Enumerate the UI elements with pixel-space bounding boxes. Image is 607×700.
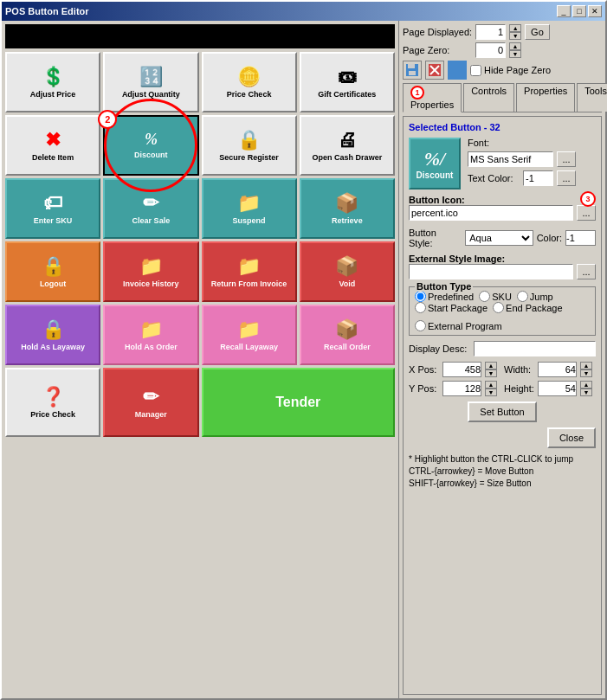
adjust-price-button[interactable]: 💲 Adjust Price [5,52,100,112]
xpos-down[interactable]: ▼ [485,369,497,377]
page-zero-up[interactable]: ▲ [509,42,521,50]
display-desc-input[interactable] [474,341,596,356]
gift-certificates-icon: 🎟 [338,66,357,88]
radio-sku[interactable]: SKU [479,291,512,302]
invoice-history-icon: 📁 [139,255,163,278]
set-button[interactable]: Set Button [468,401,536,422]
button-icon-browse-button[interactable]: ... [577,205,596,221]
color-input[interactable] [565,230,596,246]
tab-properties[interactable]: 1Properties [403,83,462,112]
width-up[interactable]: ▲ [580,362,592,369]
button-type-title: Button Type [415,281,473,292]
text-color-label: Text Color: [468,173,520,183]
height-input[interactable] [538,381,577,396]
price-check-button-top[interactable]: 🪙 Price Check [202,52,297,112]
ypos-down[interactable]: ▼ [485,389,497,396]
close-button[interactable]: Close [547,427,596,448]
hold-as-order-icon: 📁 [139,318,163,341]
page-zero-input[interactable] [475,42,506,58]
recall-order-button[interactable]: 📦 Recall Order [300,305,395,365]
maximize-button[interactable]: □ [572,5,586,17]
button-style-select[interactable]: Aqua [465,230,533,246]
void-button[interactable]: 📦 Void [300,241,395,302]
color-icon[interactable] [448,61,467,80]
enter-sku-button[interactable]: 🏷 Enter SKU [5,178,100,239]
font-browse-button[interactable]: ... [557,151,576,167]
main-content: 💲 Adjust Price 🔢 Adjust Quantity 🪙 Price… [2,21,605,698]
open-cash-drawer-button[interactable]: 🖨 Open Cash Drawer [300,115,395,176]
retrieve-button[interactable]: 📦 Retrieve [300,178,395,239]
button-icon-section: 3 Button Icon: ... [409,195,596,222]
ext-style-label: External Style Image: [409,254,596,264]
page-zero-down[interactable]: ▼ [509,50,521,58]
height-label: Height: [504,383,534,394]
logout-button[interactable]: 🔒 Logout [5,241,100,302]
ypos-input[interactable] [442,381,481,396]
logout-label: Logout [40,279,67,289]
page-displayed-up[interactable]: ▲ [509,24,521,32]
ext-style-input[interactable] [409,264,573,279]
tab-marker-1: 1 [410,86,424,100]
radio-jump[interactable]: Jump [517,291,553,302]
manager-button[interactable]: ✏ Manager [103,368,198,437]
font-input[interactable] [468,151,553,167]
hide-page-zero-checkbox[interactable]: Hide Page Zero [470,65,551,76]
radio-end-package[interactable]: End Package [493,302,562,313]
recall-layaway-icon: 📁 [237,318,261,341]
tabs-container: 1Properties Controls Properties Tools [403,83,602,112]
radio-external-program[interactable]: External Program [415,320,502,331]
svg-rect-1 [408,64,415,68]
tab-tools[interactable]: Tools [577,83,607,112]
width-down[interactable]: ▼ [580,369,592,377]
go-button[interactable]: Go [525,24,550,40]
hold-as-order-button[interactable]: 📁 Hold As Order [103,305,198,365]
invoice-history-button[interactable]: 📁 Invoice History [103,241,198,302]
right-panel: Page Displayed: ▲ ▼ Go Page Zero: ▲ ▼ [398,21,605,698]
page-zero-row: Page Zero: ▲ ▼ [403,42,602,58]
gift-certificates-button[interactable]: 🎟 Gift Certificates [300,52,395,112]
minimize-button[interactable]: _ [557,5,571,17]
retrieve-icon: 📦 [335,192,358,215]
svg-rect-2 [409,71,416,75]
ext-style-browse-button[interactable]: ... [577,264,596,279]
save-icon[interactable] [403,61,422,80]
discount-button[interactable]: 2 % Discount [103,115,198,176]
left-panel: 💲 Adjust Price 🔢 Adjust Quantity 🪙 Price… [2,21,398,698]
button-grid: 💲 Adjust Price 🔢 Adjust Quantity 🪙 Price… [5,52,395,437]
ypos-up[interactable]: ▲ [485,381,497,389]
page-displayed-input[interactable] [475,24,506,40]
tab-properties2[interactable]: Properties [516,83,575,112]
button-icon-input[interactable] [409,205,573,221]
tab-controls[interactable]: Controls [463,83,514,112]
clear-sale-button[interactable]: ✏ Clear Sale [103,178,198,239]
delete-item-button[interactable]: ✖ Delete Item [5,115,100,176]
hold-as-layaway-button[interactable]: 🔒 Hold As Layaway [5,305,100,365]
xpos-input[interactable] [442,362,481,377]
adjust-quantity-button[interactable]: 🔢 Adjust Quantity [103,52,198,112]
tabs: 1Properties Controls Properties Tools [403,83,602,112]
manager-label: Manager [135,410,167,420]
page-displayed-down[interactable]: ▼ [509,32,521,40]
tender-button[interactable]: Tender [202,368,396,437]
secure-register-button[interactable]: 🔒 Secure Register [202,115,297,176]
radio-start-package[interactable]: Start Package [415,302,488,313]
selected-button-label: Selected Button - 32 [409,122,500,132]
recall-layaway-button[interactable]: 📁 Recall Layaway [202,305,297,365]
text-color-input[interactable] [523,170,553,186]
xpos-up[interactable]: ▲ [485,362,497,369]
price-check-bottom-button[interactable]: ❓ Price Check [5,368,100,437]
hide-page-zero-check[interactable] [470,65,481,76]
return-from-invoice-button[interactable]: 📁 Return From Invoice [202,241,297,302]
radio-predefined[interactable]: Predefined [415,291,474,302]
text-color-row: Text Color: ... [468,170,576,186]
text-color-browse-button[interactable]: ... [557,170,576,186]
ext-style-input-row: ... [409,264,596,279]
width-input[interactable] [538,362,577,377]
cancel-icon[interactable] [425,61,444,80]
suspend-button[interactable]: 📁 Suspend [202,178,297,239]
font-label: Font: [468,138,520,148]
height-down[interactable]: ▼ [580,389,592,396]
close-button[interactable]: ✕ [588,5,602,17]
ext-style-section: External Style Image: ... [409,254,596,281]
height-up[interactable]: ▲ [580,381,592,389]
